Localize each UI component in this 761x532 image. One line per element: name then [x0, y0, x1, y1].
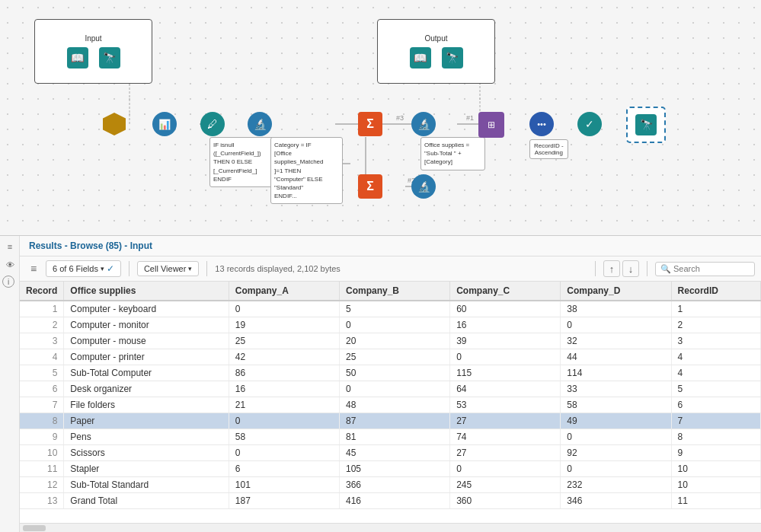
cell-value[interactable]: 92: [561, 445, 671, 461]
cell-value[interactable]: 60: [450, 301, 561, 317]
cell-value[interactable]: Desk organizer: [64, 381, 229, 397]
cell-value[interactable]: 64: [450, 381, 561, 397]
cell-value[interactable]: 105: [339, 461, 449, 477]
table-row[interactable]: 7File folders214853586: [20, 397, 761, 413]
cell-value[interactable]: 86: [229, 365, 339, 381]
cell-value[interactable]: 16: [450, 317, 561, 333]
cell-value[interactable]: 19: [229, 317, 339, 333]
cell-value[interactable]: 27: [450, 413, 561, 429]
sort-down-button[interactable]: ↓: [622, 260, 639, 277]
cell-value[interactable]: 0: [229, 413, 339, 429]
cell-value[interactable]: 16: [229, 381, 339, 397]
cell-value[interactable]: 7: [671, 413, 760, 429]
table-row[interactable]: 4Computer - printer42250444: [20, 349, 761, 365]
cell-value[interactable]: 101: [229, 477, 339, 493]
cell-value[interactable]: 87: [339, 413, 449, 429]
sigma-node-top[interactable]: Σ: [358, 112, 382, 136]
circle-node-formula2[interactable]: 🔬: [248, 112, 272, 136]
cell-value[interactable]: 58: [229, 429, 339, 445]
cell-value[interactable]: Computer - keyboard: [64, 301, 229, 317]
cell-value[interactable]: Sub-Total Standard: [64, 477, 229, 493]
cell-value[interactable]: 0: [561, 429, 671, 445]
check-node[interactable]: ✓: [577, 112, 602, 136]
cell-value[interactable]: Computer - mouse: [64, 333, 229, 349]
cell-value[interactable]: 232: [561, 477, 671, 493]
cell-value[interactable]: Stapler: [64, 461, 229, 477]
cell-value[interactable]: Computer - printer: [64, 349, 229, 365]
cell-value[interactable]: 360: [450, 493, 561, 509]
cell-value[interactable]: 27: [450, 445, 561, 461]
row-number[interactable]: 12: [20, 477, 64, 493]
cell-value[interactable]: Pens: [64, 429, 229, 445]
sigma-node-bottom[interactable]: Σ: [358, 174, 382, 199]
table-row[interactable]: 6Desk organizer16064335: [20, 381, 761, 397]
data-table-container[interactable]: Record Office supplies Company_A Company…: [20, 282, 761, 523]
cell-value[interactable]: 49: [561, 413, 671, 429]
circle-node-flask[interactable]: 🔬: [411, 112, 436, 136]
table-row[interactable]: 1Computer - keyboard0560381: [20, 301, 761, 317]
table-row[interactable]: 10Scissors04527929: [20, 445, 761, 461]
table-row[interactable]: 8Paper08727497: [20, 413, 761, 429]
list-icon-btn[interactable]: ≡: [26, 261, 41, 276]
fields-button[interactable]: 6 of 6 Fields ▾ ✓: [46, 260, 121, 277]
cell-value[interactable]: 50: [339, 365, 449, 381]
row-number[interactable]: 13: [20, 493, 64, 509]
row-number[interactable]: 5: [20, 365, 64, 381]
row-number[interactable]: 9: [20, 429, 64, 445]
table-row[interactable]: 2Computer - monitor1901602: [20, 317, 761, 333]
cell-value[interactable]: 0: [229, 301, 339, 317]
cell-viewer-button[interactable]: Cell Viewer ▾: [137, 261, 199, 276]
cell-value[interactable]: 366: [339, 477, 449, 493]
cell-value[interactable]: 4: [671, 349, 760, 365]
cell-value[interactable]: 9: [671, 445, 760, 461]
cell-value[interactable]: 1: [671, 301, 760, 317]
cell-value[interactable]: 38: [561, 301, 671, 317]
cell-value[interactable]: Sub-Total Computer: [64, 365, 229, 381]
table-row[interactable]: 3Computer - mouse252039323: [20, 333, 761, 349]
row-number[interactable]: 2: [20, 317, 64, 333]
table-row[interactable]: 12Sub-Total Standard10136624523210: [20, 477, 761, 493]
cell-value[interactable]: 33: [561, 381, 671, 397]
cell-value[interactable]: Computer - monitor: [64, 317, 229, 333]
cell-value[interactable]: 187: [229, 493, 339, 509]
cell-value[interactable]: 11: [671, 493, 760, 509]
table-row[interactable]: 13Grand Total18741636034611: [20, 493, 761, 509]
search-input[interactable]: [673, 264, 750, 273]
cell-value[interactable]: 4: [671, 365, 760, 381]
cell-value[interactable]: 0: [561, 317, 671, 333]
cell-value[interactable]: 58: [561, 397, 671, 413]
cell-value[interactable]: 416: [339, 493, 449, 509]
cell-value[interactable]: 5: [671, 381, 760, 397]
row-number[interactable]: 11: [20, 461, 64, 477]
row-number[interactable]: 8: [20, 413, 64, 429]
scroll-thumb[interactable]: [23, 525, 46, 531]
cell-value[interactable]: File folders: [64, 397, 229, 413]
cell-value[interactable]: 44: [561, 349, 671, 365]
cell-value[interactable]: 0: [450, 349, 561, 365]
cell-value[interactable]: Scissors: [64, 445, 229, 461]
eye-tool-btn[interactable]: 👁: [2, 257, 18, 272]
table-row[interactable]: 9Pens58817408: [20, 429, 761, 445]
table-row[interactable]: 5Sub-Total Computer86501151144: [20, 365, 761, 381]
cell-value[interactable]: 346: [561, 493, 671, 509]
row-number[interactable]: 4: [20, 349, 64, 365]
cross-join-node[interactable]: ⊞: [478, 112, 504, 138]
browse-node[interactable]: 🔭: [626, 107, 666, 143]
cell-value[interactable]: 6: [671, 397, 760, 413]
cell-value[interactable]: 81: [339, 429, 449, 445]
row-number[interactable]: 7: [20, 397, 64, 413]
cell-value[interactable]: 25: [229, 333, 339, 349]
cell-value[interactable]: 115: [450, 365, 561, 381]
dots-node[interactable]: •••: [529, 112, 554, 136]
cell-value[interactable]: 2: [671, 317, 760, 333]
sort-up-button[interactable]: ↑: [603, 260, 620, 277]
cell-value[interactable]: 0: [339, 381, 449, 397]
row-number[interactable]: 6: [20, 381, 64, 397]
table-row[interactable]: 11Stapler61050010: [20, 461, 761, 477]
cell-value[interactable]: 45: [339, 445, 449, 461]
cell-value[interactable]: 0: [339, 317, 449, 333]
cell-value[interactable]: 48: [339, 397, 449, 413]
cell-value[interactable]: 25: [339, 349, 449, 365]
list-tool-btn[interactable]: ≡: [2, 239, 18, 254]
cell-value[interactable]: 8: [671, 429, 760, 445]
